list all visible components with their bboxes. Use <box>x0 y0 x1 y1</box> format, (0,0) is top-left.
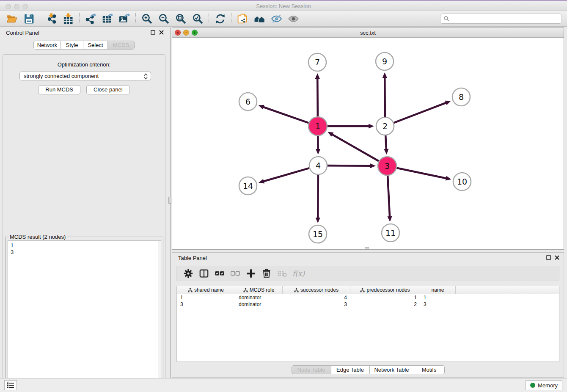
memory-status-icon <box>530 383 535 388</box>
dropdown-selected-value: strongly connected component <box>24 73 99 79</box>
cell-successor-nodes[interactable]: 3 <box>283 301 350 308</box>
result-scrollbar[interactable] <box>158 241 161 392</box>
table-toolbar: f(x) <box>176 266 559 281</box>
hide-graphics-details-icon[interactable] <box>268 12 285 25</box>
node-label-1: 1 <box>315 121 320 131</box>
toolbar-separator <box>40 13 40 24</box>
cell-name[interactable]: 1 <box>420 294 456 301</box>
export-table-icon[interactable] <box>99 12 116 25</box>
close-panel-button[interactable]: Close panel <box>86 85 130 94</box>
table-row[interactable]: 1dominator411 <box>177 294 559 301</box>
optimization-criterion-label: Optimization criterion: <box>3 61 165 68</box>
home-icon[interactable] <box>251 12 268 25</box>
tab-network[interactable]: Network <box>33 41 61 50</box>
cell-predecessor-nodes[interactable]: 1 <box>350 294 420 301</box>
tab-style[interactable]: Style <box>61 41 83 50</box>
edge-3-1[interactable] <box>332 134 379 161</box>
close-table-panel-icon[interactable] <box>555 255 559 260</box>
edge-arrowhead <box>316 149 320 155</box>
save-session-icon[interactable] <box>20 12 37 25</box>
show-panels-button[interactable] <box>4 380 17 390</box>
zoom-out-icon[interactable] <box>155 12 172 25</box>
split-columns-icon[interactable] <box>196 267 212 280</box>
mcds-result-group: MCDS result (2 nodes) 13 <box>6 237 163 392</box>
edge-2-3[interactable] <box>385 135 386 150</box>
search-input[interactable] <box>440 14 562 24</box>
add-column-icon[interactable] <box>243 267 259 280</box>
network-canvas[interactable]: 7968124314101511 <box>172 38 564 249</box>
column-header-MCDS-role[interactable]: MCDS role <box>235 286 283 294</box>
export-network-icon[interactable] <box>82 12 99 25</box>
close-panel-icon[interactable] <box>159 30 164 35</box>
splitter-grip[interactable] <box>168 197 171 204</box>
zoom-fit-icon[interactable] <box>172 12 189 25</box>
edge-1-6[interactable] <box>263 107 309 123</box>
tab-network-table[interactable]: Network Table <box>370 365 414 374</box>
dropdown-stepper-icon <box>143 73 148 80</box>
show-graphics-details-icon[interactable] <box>285 12 302 25</box>
edge-3-11[interactable] <box>388 175 390 217</box>
node-label-3: 3 <box>385 161 390 171</box>
column-header-name[interactable]: name <box>420 286 456 294</box>
gear-icon[interactable] <box>180 267 196 280</box>
table-panel-title: Table Panel <box>178 255 207 261</box>
cell-name[interactable]: 3 <box>420 301 456 308</box>
node-label-7: 7 <box>315 58 320 67</box>
zoom-selected-icon[interactable] <box>189 12 206 25</box>
node-table[interactable]: shared name MCDS role successor nodes pr… <box>176 286 559 362</box>
zoom-in-icon[interactable] <box>138 12 155 25</box>
edge-2-8[interactable] <box>394 102 447 123</box>
tab-mcds[interactable]: MCDS <box>108 41 135 50</box>
tab-edge-table[interactable]: Edge Table <box>331 365 370 374</box>
panel-splitter[interactable] <box>168 28 172 378</box>
import-table-icon[interactable] <box>60 12 77 25</box>
table-panel: Table Panel f(x) shared name MCDS role s… <box>172 252 564 378</box>
column-header-successor-nodes[interactable]: successor nodes <box>283 286 350 294</box>
edge-arrowhead <box>446 176 451 181</box>
tab-select[interactable]: Select <box>83 41 108 50</box>
optimization-criterion-dropdown[interactable]: strongly connected component <box>19 72 151 80</box>
float-panel-icon[interactable] <box>151 30 155 35</box>
mcds-result-text-area[interactable]: 13 <box>8 240 161 392</box>
run-mcds-button[interactable]: Run MCDS <box>38 85 80 94</box>
column-header-predecessor-nodes[interactable]: predecessor nodes <box>350 286 420 294</box>
cell-MCDS-role[interactable]: dominator <box>235 301 283 308</box>
network-graph[interactable]: 7968124314101511 <box>172 38 564 249</box>
tab-motifs[interactable]: Motifs <box>414 365 445 374</box>
edge-4-14[interactable] <box>263 168 309 182</box>
edge-arrowhead <box>383 72 387 78</box>
select-all-checks-icon[interactable] <box>212 267 227 280</box>
cell-shared-name[interactable]: 3 <box>177 301 235 308</box>
edge-arrowhead <box>445 101 451 105</box>
edge-4-15[interactable] <box>318 175 318 218</box>
network-window-title: scc.txt <box>172 30 564 36</box>
clone-network-icon[interactable] <box>234 12 251 25</box>
toolbar-separator <box>135 13 136 24</box>
cell-predecessor-nodes[interactable]: 2 <box>350 301 420 308</box>
float-table-panel-icon[interactable] <box>546 255 551 260</box>
horizontal-splitter-grip[interactable] <box>365 247 369 249</box>
edge-1-7[interactable] <box>317 78 318 117</box>
memory-button[interactable]: Memory <box>526 380 562 390</box>
cell-successor-nodes[interactable]: 4 <box>283 294 350 301</box>
toolbar-separator <box>79 13 80 24</box>
cell-shared-name[interactable]: 1 <box>177 294 235 301</box>
delete-trash-icon[interactable] <box>259 267 274 280</box>
search-text-field[interactable] <box>451 16 557 22</box>
export-image-icon[interactable] <box>116 12 133 25</box>
edge-2-9[interactable] <box>385 77 385 117</box>
column-header-shared-name[interactable]: shared name <box>177 286 235 294</box>
edge-4-3[interactable] <box>328 166 371 166</box>
deselect-all-checks-icon[interactable] <box>227 267 243 280</box>
node-label-8: 8 <box>459 92 464 102</box>
refresh-layout-icon[interactable] <box>212 12 228 25</box>
edge-3-10[interactable] <box>396 168 447 179</box>
network-window-titlebar[interactable]: × − + scc.txt <box>172 28 564 38</box>
tab-node-table[interactable]: Node Table <box>292 365 331 374</box>
cell-MCDS-role[interactable]: dominator <box>235 294 283 301</box>
table-row[interactable]: 3dominator323 <box>177 301 559 308</box>
import-network-icon[interactable] <box>43 12 60 25</box>
memory-label: Memory <box>538 382 558 389</box>
open-file-icon[interactable] <box>3 12 20 25</box>
node-label-6: 6 <box>245 97 250 106</box>
